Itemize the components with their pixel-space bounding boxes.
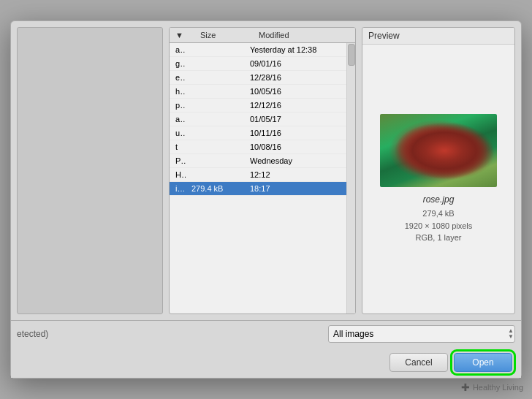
table-row[interactable]: t 10/08/16	[170, 140, 346, 154]
file-name: artworks	[170, 115, 186, 123]
file-name: eature	[170, 73, 186, 82]
scrollbar[interactable]	[346, 43, 355, 314]
cancel-button[interactable]: Cancel	[390, 353, 448, 372]
action-row: Cancel Open	[11, 347, 521, 378]
open-file-dialog: ▼ Size Modified arty Designs Yesterday a…	[10, 20, 522, 379]
file-modified: 09/01/16	[244, 59, 346, 68]
preview-box: Preview rose.jpg 279,4 kB 1920 × 1080 pi…	[362, 27, 515, 314]
column-size[interactable]: Size	[194, 31, 253, 39]
table-row[interactable]: press 12/12/16	[170, 99, 346, 113]
file-name: press	[170, 101, 186, 110]
file-modified: 01/05/17	[244, 115, 346, 123]
file-modified: 10/11/16	[244, 129, 346, 137]
scrollbar-thumb[interactable]	[348, 44, 355, 66]
file-name: How	[170, 170, 186, 179]
file-modified: 10/05/16	[244, 87, 346, 96]
file-modified: 10/08/16	[244, 142, 346, 151]
file-modified: Yesterday at 12:38	[244, 45, 346, 54]
preview-image	[380, 114, 497, 187]
filter-select-wrapper: All imagesJPEGPNGTIFFGIFBMP ▲ ▼	[328, 325, 515, 343]
file-name: PaPer	[170, 156, 186, 165]
file-list-content: arty Designs Yesterday at 12:38 gers 09/…	[170, 43, 355, 314]
file-modified: 12:12	[244, 170, 346, 179]
open-button[interactable]: Open	[454, 353, 512, 372]
preview-dimensions: 1920 × 1080 pixels	[405, 220, 473, 232]
file-modified: 12/12/16	[244, 101, 346, 110]
table-row[interactable]: arty Designs Yesterday at 12:38	[170, 43, 346, 57]
detected-area: etected)	[17, 329, 170, 339]
sort-arrow-icon: ▼	[175, 31, 183, 39]
table-row[interactable]: artworks 01/05/17	[170, 113, 346, 126]
preview-info: rose.jpg 279,4 kB 1920 × 1080 pixels RGB…	[405, 194, 473, 244]
bottom-bar: etected) All imagesJPEGPNGTIFFGIFBMP ▲ ▼	[11, 320, 521, 347]
file-size: 279.4 kB	[186, 184, 244, 193]
preview-title: Preview	[362, 28, 514, 45]
preview-image-area: rose.jpg 279,4 kB 1920 × 1080 pixels RGB…	[362, 45, 514, 314]
preview-filename: rose.jpg	[405, 194, 473, 205]
file-name: ures	[170, 129, 186, 137]
column-modified[interactable]: Modified	[253, 31, 355, 39]
file-list-panel: ▼ Size Modified arty Designs Yesterday a…	[169, 27, 356, 314]
filter-select[interactable]: All imagesJPEGPNGTIFFGIFBMP	[328, 325, 515, 343]
sidebar-panel	[17, 27, 163, 314]
file-name: arty Designs	[170, 45, 186, 54]
table-row[interactable]: ures 10/11/16	[170, 126, 346, 140]
column-name[interactable]: ▼	[170, 31, 194, 39]
file-list-rows: arty Designs Yesterday at 12:38 gers 09/…	[170, 43, 346, 314]
rose-image-canvas	[380, 114, 497, 187]
detected-label: etected)	[17, 329, 48, 339]
table-row[interactable]: ing 279.4 kB 18:17	[170, 182, 346, 196]
table-row[interactable]: hmarvel 10/05/16	[170, 85, 346, 99]
preview-details: 279,4 kB 1920 × 1080 pixels RGB, 1 layer	[405, 208, 473, 244]
table-row[interactable]: How 12:12	[170, 168, 346, 182]
file-name: hmarvel	[170, 87, 186, 96]
preview-panel: Preview rose.jpg 279,4 kB 1920 × 1080 pi…	[362, 27, 515, 314]
file-name: t	[170, 142, 186, 151]
file-modified: 12/28/16	[244, 73, 346, 82]
file-modified: 18:17	[244, 184, 346, 193]
table-row[interactable]: eature 12/28/16	[170, 71, 346, 85]
file-name: ing	[170, 184, 186, 193]
watermark-text: Healthy Living	[473, 383, 523, 392]
file-list-header: ▼ Size Modified	[170, 28, 355, 43]
dialog-overlay: ▼ Size Modified arty Designs Yesterday a…	[0, 0, 532, 399]
file-name: gers	[170, 59, 186, 68]
preview-color-mode: RGB, 1 layer	[405, 232, 473, 244]
dialog-body: ▼ Size Modified arty Designs Yesterday a…	[11, 21, 521, 320]
watermark: ✚ Healthy Living	[461, 381, 523, 393]
file-modified: Wednesday	[244, 156, 346, 165]
preview-size: 279,4 kB	[405, 208, 473, 220]
table-row[interactable]: gers 09/01/16	[170, 57, 346, 71]
watermark-icon: ✚	[461, 381, 470, 393]
table-row[interactable]: PaPer Wednesday	[170, 154, 346, 168]
